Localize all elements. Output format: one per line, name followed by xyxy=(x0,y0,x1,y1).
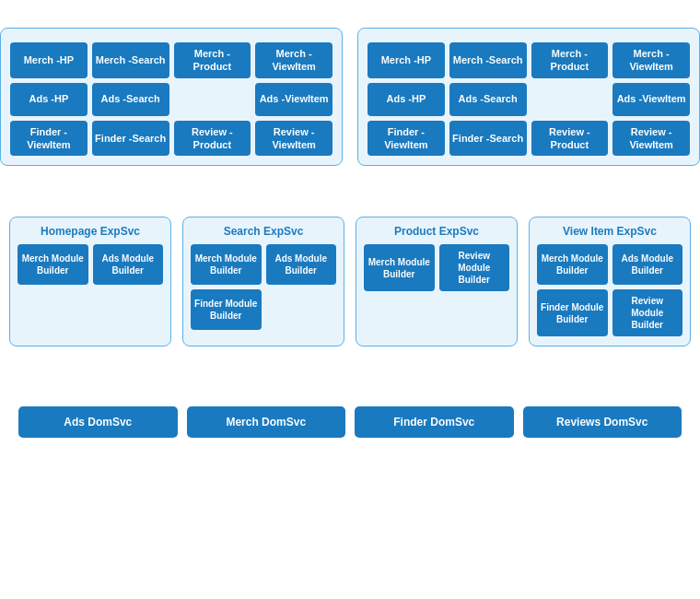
expsvc-group-0: Homepage ExpSvcMerch Module BuilderAds M… xyxy=(9,217,171,346)
expsvc-title-0: Homepage ExpSvc xyxy=(18,225,163,238)
web-app-btn-4[interactable]: Ads -HP xyxy=(368,83,445,116)
mobile-app-btn-3[interactable]: Merch -ViewItem xyxy=(255,42,332,78)
module-btn-2-1[interactable]: Review Module Builder xyxy=(439,244,510,291)
web-app-btn-3[interactable]: Merch -ViewItem xyxy=(612,42,690,78)
web-apps-group: Merch -HPMerch -SearchMerch -ProductMerc… xyxy=(357,28,700,166)
web-app-btn-10[interactable]: Review -Product xyxy=(531,121,609,157)
module-btn-3-0[interactable]: Merch Module Builder xyxy=(537,244,608,285)
domsvc-btn-2[interactable]: Finder DomSvc xyxy=(355,406,514,438)
expsvc-title-3: View Item ExpSvc xyxy=(537,225,682,238)
mobile-app-btn-9[interactable]: Finder -Search xyxy=(92,121,169,157)
module-grid-1: Merch Module BuilderAds Module BuilderFi… xyxy=(191,244,336,330)
domsvc-btn-1[interactable]: Merch DomSvc xyxy=(187,406,346,438)
mobile-app-btn-0[interactable]: Merch -HP xyxy=(10,42,88,78)
mobile-app-btn-7[interactable]: Ads -ViewItem xyxy=(255,83,332,116)
mobile-app-btn-10[interactable]: Review -Product xyxy=(174,121,251,157)
web-app-btn-6[interactable] xyxy=(531,83,609,116)
mobile-app-btn-1[interactable]: Merch -Search xyxy=(92,42,169,78)
expsvc-group-3: View Item ExpSvcMerch Module BuilderAds … xyxy=(529,217,691,346)
web-app-btn-9[interactable]: Finder -Search xyxy=(449,121,527,157)
module-btn-2-0[interactable]: Merch Module Builder xyxy=(364,244,435,291)
module-btn-3-1[interactable]: Ads Module Builder xyxy=(612,244,683,285)
web-app-btn-8[interactable]: Finder -ViewItem xyxy=(368,121,445,157)
mobile-app-btn-5[interactable]: Ads -Search xyxy=(92,83,169,116)
web-apps-grid: Merch -HPMerch -SearchMerch -ProductMerc… xyxy=(368,42,690,156)
module-btn-3-2[interactable]: Finder Module Builder xyxy=(537,289,608,336)
mobile-app-btn-4[interactable]: Ads -HP xyxy=(10,83,88,116)
module-btn-3-3[interactable]: Review Module Builder xyxy=(612,289,683,336)
mobile-apps-group: Merch -HPMerch -SearchMerch -ProductMerc… xyxy=(0,28,343,166)
domsvc-btn-0[interactable]: Ads DomSvc xyxy=(18,406,178,438)
module-btn-1-2[interactable]: Finder Module Builder xyxy=(191,289,262,330)
module-grid-3: Merch Module BuilderAds Module BuilderFi… xyxy=(537,244,682,336)
module-btn-1-1[interactable]: Ads Module Builder xyxy=(266,244,337,285)
web-app-btn-5[interactable]: Ads -Search xyxy=(449,83,527,116)
top-to-mid-connectors xyxy=(0,166,700,217)
mobile-app-btn-8[interactable]: Finder -ViewItem xyxy=(10,121,88,157)
web-app-btn-11[interactable]: Review -ViewItem xyxy=(612,121,690,157)
module-btn-0-1[interactable]: Ads Module Builder xyxy=(93,244,164,285)
domsvc-btn-3[interactable]: Reviews DomSvc xyxy=(523,406,682,438)
web-app-btn-2[interactable]: Merch -Product xyxy=(531,42,609,78)
module-btn-0-0[interactable]: Merch Module Builder xyxy=(18,244,88,285)
expsvc-group-1: Search ExpSvcMerch Module BuilderAds Mod… xyxy=(182,217,344,346)
expsvc-title-1: Search ExpSvc xyxy=(191,225,336,238)
page-title xyxy=(0,0,700,28)
web-app-btn-0[interactable]: Merch -HP xyxy=(368,42,445,78)
module-grid-2: Merch Module BuilderReview Module Builde… xyxy=(364,244,509,291)
mobile-app-btn-2[interactable]: Merch -Product xyxy=(174,42,251,78)
module-grid-0: Merch Module BuilderAds Module Builder xyxy=(18,244,163,285)
module-btn-1-0[interactable]: Merch Module Builder xyxy=(191,244,262,285)
expsvc-group-2: Product ExpSvcMerch Module BuilderReview… xyxy=(356,217,518,346)
expsvc-title-2: Product ExpSvc xyxy=(364,225,509,238)
web-app-btn-7[interactable]: Ads -ViewItem xyxy=(612,83,690,116)
mid-to-bot-connectors xyxy=(0,346,700,406)
mobile-apps-grid: Merch -HPMerch -SearchMerch -ProductMerc… xyxy=(10,42,332,156)
web-app-btn-1[interactable]: Merch -Search xyxy=(449,42,527,78)
mobile-app-btn-6[interactable] xyxy=(174,83,251,116)
mobile-app-btn-11[interactable]: Review -ViewItem xyxy=(255,121,332,157)
